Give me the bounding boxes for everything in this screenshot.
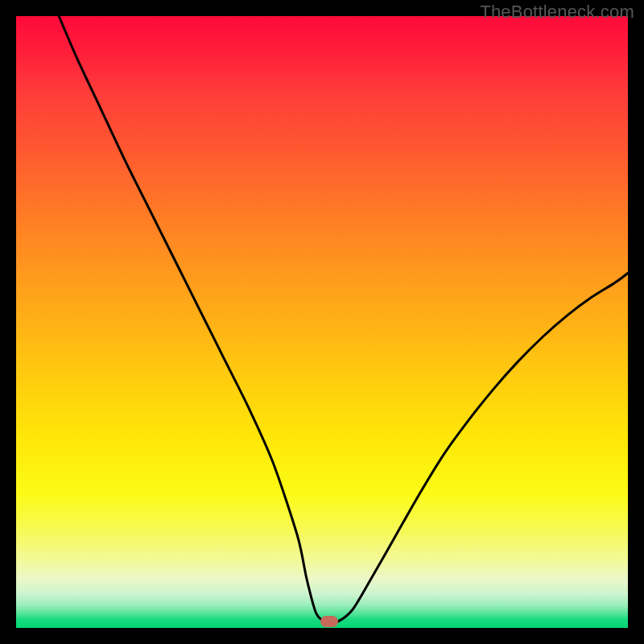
chart-frame: TheBottleneck.com bbox=[0, 0, 644, 644]
optimal-point-marker bbox=[320, 616, 338, 627]
plot-area bbox=[16, 16, 628, 628]
watermark-text: TheBottleneck.com bbox=[480, 2, 634, 23]
bottleneck-curve bbox=[16, 16, 628, 628]
bottleneck-curve-path bbox=[59, 16, 628, 623]
